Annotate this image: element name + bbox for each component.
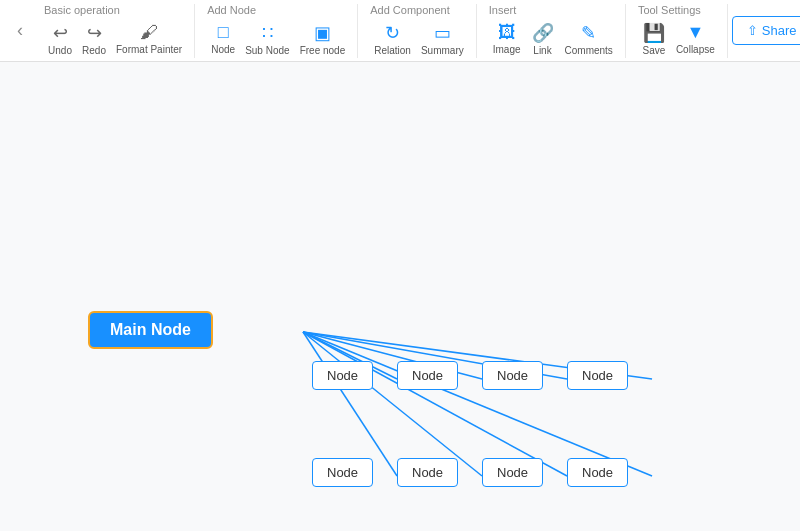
svg-line-5 <box>303 332 482 476</box>
child-node-bottom-2[interactable]: Node <box>397 458 458 487</box>
free-node-button[interactable]: ▣ Free node <box>296 20 350 58</box>
svg-line-6 <box>303 332 567 476</box>
redo-label: Redo <box>82 45 106 56</box>
back-button[interactable]: ‹ <box>8 19 32 43</box>
undo-label: Undo <box>48 45 72 56</box>
image-button[interactable]: 🖼 Image <box>489 20 525 57</box>
toolbar-right: ⇧ Share ⇩ Export <box>732 16 800 45</box>
tool-settings-items: 💾 Save ▼ Collapse <box>638 20 719 58</box>
format-painter-icon: 🖌 <box>140 22 158 43</box>
collapse-icon: ▼ <box>686 22 704 43</box>
insert-label: Insert <box>489 4 517 16</box>
relation-icon: ↻ <box>385 22 400 44</box>
relation-button[interactable]: ↻ Relation <box>370 20 415 58</box>
tool-settings-label: Tool Settings <box>638 4 701 16</box>
share-button[interactable]: ⇧ Share <box>732 16 800 45</box>
image-icon: 🖼 <box>498 22 516 43</box>
redo-icon: ↪ <box>87 22 102 44</box>
comments-icon: ✎ <box>581 22 596 44</box>
image-label: Image <box>493 44 521 55</box>
basic-operation-group: Basic operation ↩ Undo ↪ Redo 🖌 Format P… <box>36 4 195 58</box>
node-button[interactable]: □ Node <box>207 20 239 57</box>
toolbar: ‹ Basic operation ↩ Undo ↪ Redo 🖌 Format… <box>0 0 800 62</box>
share-label: Share <box>762 23 797 38</box>
add-node-group: Add Node □ Node ∷ Sub Node ▣ Free node <box>199 4 358 58</box>
collapse-button[interactable]: ▼ Collapse <box>672 20 719 57</box>
insert-items: 🖼 Image 🔗 Link ✎ Comments <box>489 20 617 58</box>
free-node-label: Free node <box>300 45 346 56</box>
comments-label: Comments <box>565 45 613 56</box>
add-component-group: Add Component ↻ Relation ▭ Summary <box>362 4 477 58</box>
relation-label: Relation <box>374 45 411 56</box>
save-icon: 💾 <box>643 22 665 44</box>
svg-line-7 <box>303 332 652 476</box>
sub-node-button[interactable]: ∷ Sub Node <box>241 20 293 58</box>
child-node-bottom-3[interactable]: Node <box>482 458 543 487</box>
basic-operation-items: ↩ Undo ↪ Redo 🖌 Format Painter <box>44 20 186 58</box>
summary-label: Summary <box>421 45 464 56</box>
basic-operation-label: Basic operation <box>44 4 120 16</box>
child-node-top-3[interactable]: Node <box>482 361 543 390</box>
main-node[interactable]: Main Node <box>88 311 213 349</box>
collapse-label: Collapse <box>676 44 715 55</box>
format-painter-label: Format Painter <box>116 44 182 55</box>
summary-button[interactable]: ▭ Summary <box>417 20 468 58</box>
save-button[interactable]: 💾 Save <box>638 20 670 58</box>
add-node-label: Add Node <box>207 4 256 16</box>
node-icon: □ <box>218 22 229 43</box>
share-icon: ⇧ <box>747 23 758 38</box>
main-container: ‹ Basic operation ↩ Undo ↪ Redo 🖌 Format… <box>0 0 800 531</box>
comments-button[interactable]: ✎ Comments <box>561 20 617 58</box>
link-icon: 🔗 <box>532 22 554 44</box>
child-node-bottom-4[interactable]: Node <box>567 458 628 487</box>
undo-icon: ↩ <box>53 22 68 44</box>
child-node-bottom-1[interactable]: Node <box>312 458 373 487</box>
child-node-top-1[interactable]: Node <box>312 361 373 390</box>
save-label: Save <box>642 45 665 56</box>
sub-node-label: Sub Node <box>245 45 289 56</box>
add-node-items: □ Node ∷ Sub Node ▣ Free node <box>207 20 349 58</box>
summary-icon: ▭ <box>434 22 451 44</box>
child-node-top-2[interactable]: Node <box>397 361 458 390</box>
node-label: Node <box>211 44 235 55</box>
add-component-label: Add Component <box>370 4 450 16</box>
child-node-top-4[interactable]: Node <box>567 361 628 390</box>
undo-button[interactable]: ↩ Undo <box>44 20 76 58</box>
tool-settings-group: Tool Settings 💾 Save ▼ Collapse <box>630 4 728 58</box>
canvas-area[interactable]: Main Node Node Node Node Node Node Node … <box>0 62 800 531</box>
insert-group: Insert 🖼 Image 🔗 Link ✎ Comments <box>481 4 626 58</box>
add-component-items: ↻ Relation ▭ Summary <box>370 20 468 58</box>
sub-node-icon: ∷ <box>262 22 273 44</box>
link-button[interactable]: 🔗 Link <box>527 20 559 58</box>
link-label: Link <box>533 45 551 56</box>
format-painter-button[interactable]: 🖌 Format Painter <box>112 20 186 57</box>
redo-button[interactable]: ↪ Redo <box>78 20 110 58</box>
free-node-icon: ▣ <box>314 22 331 44</box>
